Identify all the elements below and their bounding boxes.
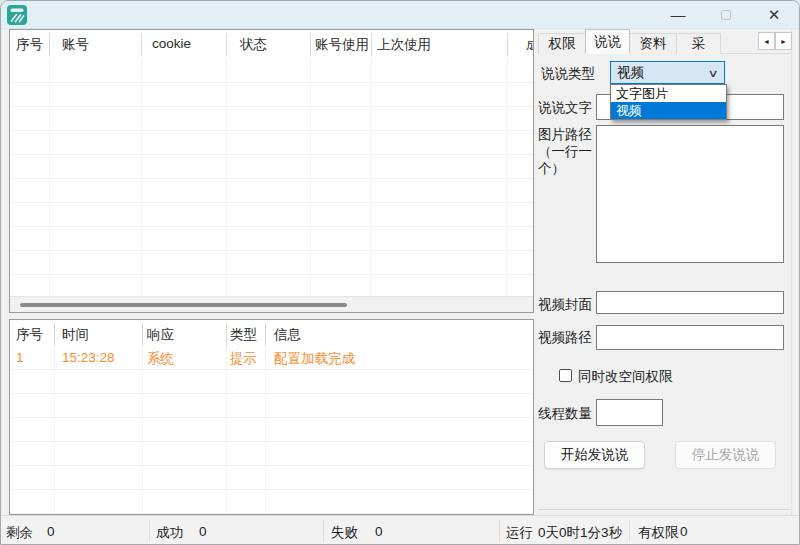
shuoshuo-type-value: 视频 bbox=[617, 65, 644, 80]
column-line bbox=[49, 59, 50, 296]
log-table[interactable]: 序号 时间 响应 类型 信息 1 15:23:28 系统 提示 配置加载完成 bbox=[9, 319, 534, 515]
dropdown-option-text-image[interactable]: 文字图片 bbox=[611, 85, 726, 102]
accounts-col-acct-usage: 账号使用 bbox=[315, 36, 369, 54]
tab-shuoshuo[interactable]: 说说 bbox=[585, 29, 630, 54]
video-cover-label: 视频封面 bbox=[538, 296, 592, 313]
column-divider bbox=[265, 323, 266, 346]
column-divider bbox=[371, 33, 372, 56]
accounts-col-success-clipped: 成 bbox=[526, 36, 534, 54]
accounts-col-account: 账号 bbox=[62, 36, 89, 54]
failed-label: 失败 bbox=[331, 524, 358, 542]
column-line bbox=[142, 346, 143, 514]
maximize-icon bbox=[721, 10, 731, 20]
success-label: 成功 bbox=[156, 524, 183, 542]
tab-profile[interactable]: 资料 bbox=[629, 33, 677, 54]
title-bar: — ✕ bbox=[1, 1, 799, 29]
app-logo-icon bbox=[7, 5, 27, 25]
log-cell-type: 提示 bbox=[230, 350, 257, 368]
log-cell-response: 系统 bbox=[147, 350, 174, 368]
change-space-permission-checkbox[interactable] bbox=[559, 369, 572, 382]
log-col-type: 类型 bbox=[230, 326, 257, 344]
log-col-time: 时间 bbox=[62, 326, 89, 344]
right-panel: 权限 说说 资料 采 ◄ ► 说说类型 视频 ∨ 文字图片 视频 说说文字 图片… bbox=[538, 29, 792, 515]
column-divider bbox=[310, 33, 311, 56]
failed-value: 0 bbox=[375, 524, 383, 539]
minimize-button[interactable]: — bbox=[661, 1, 695, 28]
accounts-col-seq: 序号 bbox=[16, 36, 43, 54]
panel-divider bbox=[538, 509, 791, 510]
video-cover-input[interactable] bbox=[596, 291, 784, 314]
close-button[interactable]: ✕ bbox=[757, 1, 791, 28]
stop-posting-button: 停止发说说 bbox=[675, 441, 776, 469]
runtime-label: 运行 bbox=[506, 524, 533, 542]
thread-count-label: 线程数量 bbox=[538, 405, 592, 422]
change-space-permission-label: 同时改空间权限 bbox=[578, 368, 673, 385]
runtime-value: 0天0时1分3秒 bbox=[538, 524, 622, 542]
horizontal-scrollbar-track[interactable] bbox=[10, 296, 533, 312]
accounts-col-cookie: cookie bbox=[152, 36, 191, 51]
permission-label: 有权限 bbox=[638, 524, 679, 542]
status-divider bbox=[499, 520, 500, 542]
thread-count-input[interactable] bbox=[596, 399, 663, 426]
column-line bbox=[54, 346, 55, 514]
image-path-label-line3: 个） bbox=[538, 160, 592, 177]
column-line bbox=[507, 59, 508, 296]
accounts-table[interactable]: 序号 账号 cookie 状态 账号使用 上次使用 成 bbox=[9, 29, 534, 313]
video-path-label: 视频路径 bbox=[538, 329, 592, 346]
dropdown-option-video[interactable]: 视频 bbox=[611, 102, 726, 119]
horizontal-scrollbar-thumb[interactable] bbox=[20, 303, 347, 307]
log-col-response: 响应 bbox=[147, 326, 174, 344]
image-path-label-line2: （一行一 bbox=[538, 143, 592, 160]
accounts-col-status: 状态 bbox=[240, 36, 267, 54]
chevron-down-icon: ∨ bbox=[707, 63, 718, 84]
video-path-input[interactable] bbox=[596, 325, 784, 350]
status-divider bbox=[323, 520, 324, 542]
column-line bbox=[265, 346, 266, 514]
app-window: — ✕ 序号 账号 cookie 状态 账号使用 上次使用 成 序号 时间 响应… bbox=[0, 0, 800, 545]
tab-strip: 权限 说说 资料 采 ◄ ► bbox=[538, 29, 791, 54]
log-table-body bbox=[10, 346, 533, 514]
column-divider bbox=[507, 33, 508, 56]
column-line bbox=[141, 59, 142, 296]
column-divider bbox=[141, 33, 142, 56]
shuoshuo-type-dropdown: 文字图片 视频 bbox=[610, 84, 727, 120]
log-col-seq: 序号 bbox=[16, 326, 43, 344]
accounts-table-body bbox=[10, 59, 533, 296]
status-divider bbox=[149, 520, 150, 542]
tab-permission[interactable]: 权限 bbox=[538, 33, 586, 54]
success-value: 0 bbox=[199, 524, 207, 539]
log-cell-message: 配置加载完成 bbox=[274, 350, 355, 368]
shuoshuo-text-label: 说说文字 bbox=[538, 99, 592, 116]
tab-scroll-left-icon[interactable]: ◄ bbox=[758, 32, 775, 50]
column-line bbox=[371, 59, 372, 296]
log-cell-seq: 1 bbox=[16, 350, 24, 365]
image-path-label-line1: 图片路径 bbox=[538, 126, 592, 143]
column-line bbox=[310, 59, 311, 296]
remaining-value: 0 bbox=[47, 524, 55, 539]
tab-scroll-right-icon[interactable]: ► bbox=[775, 32, 792, 50]
column-divider bbox=[226, 323, 227, 346]
start-posting-button[interactable]: 开始发说说 bbox=[544, 441, 645, 469]
column-divider bbox=[226, 33, 227, 56]
log-cell-time: 15:23:28 bbox=[62, 350, 115, 365]
column-divider bbox=[54, 323, 55, 346]
image-path-textarea[interactable] bbox=[596, 125, 784, 263]
remaining-label: 剩余 bbox=[6, 524, 33, 542]
tab-collect[interactable]: 采 bbox=[676, 33, 721, 54]
log-col-message: 信息 bbox=[274, 326, 301, 344]
shuoshuo-type-label: 说说类型 bbox=[541, 65, 595, 82]
column-line bbox=[226, 59, 227, 296]
permission-value: 0 bbox=[680, 524, 688, 539]
image-path-label: 图片路径 （一行一 个） bbox=[538, 126, 592, 177]
maximize-button bbox=[709, 1, 743, 28]
accounts-col-last-used: 上次使用 bbox=[377, 36, 431, 54]
status-bar: 剩余 0 成功 0 失败 0 运行 0天0时1分3秒 有权限 0 bbox=[1, 515, 799, 545]
log-row[interactable]: 1 15:23:28 系统 提示 配置加载完成 bbox=[10, 346, 533, 370]
column-divider bbox=[142, 323, 143, 346]
column-line bbox=[226, 346, 227, 514]
shuoshuo-type-select[interactable]: 视频 ∨ bbox=[610, 61, 725, 84]
status-divider bbox=[629, 520, 630, 542]
column-divider bbox=[49, 33, 50, 56]
